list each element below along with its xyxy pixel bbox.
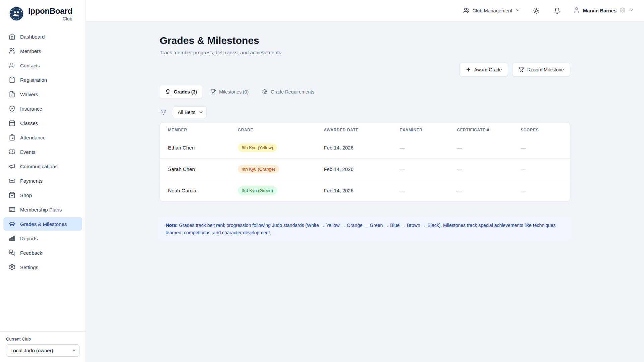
users-icon: [9, 48, 15, 54]
app-name: IpponBoard: [28, 6, 72, 16]
filter-row: All Belts: [160, 106, 570, 118]
club-management-label: Club Management: [473, 8, 513, 13]
sidebar-item-events[interactable]: Events: [3, 145, 82, 159]
plus-icon: [466, 67, 471, 72]
sidebar: IpponBoard Club Dashboard Members Contac…: [0, 0, 86, 362]
app-logo-link[interactable]: IpponBoard Club: [0, 0, 86, 25]
sidebar-item-payments[interactable]: Payments: [3, 174, 82, 187]
certificate-value: —: [457, 188, 462, 193]
file-text-icon: [9, 91, 15, 98]
grade-badge: 4th Kyu (Orange): [238, 165, 279, 173]
scores-value: —: [521, 145, 526, 150]
sidebar-item-label: Grades & Milestones: [20, 221, 67, 227]
grades-table: MEMBER GRADE AWARDED DATE EXAMINER CERTI…: [160, 123, 570, 201]
sidebar-item-settings[interactable]: Settings: [3, 260, 82, 274]
tab-label: Grades (3): [174, 89, 197, 95]
main-content: Grades & Milestones Track member progres…: [86, 0, 644, 241]
graduation-cap-icon: [9, 221, 15, 227]
scores-value: —: [521, 166, 526, 172]
page-subtitle: Track member progress, belt ranks, and a…: [160, 50, 570, 55]
record-milestone-button[interactable]: Record Milestone: [512, 63, 570, 76]
page-actions: Award Grade Record Milestone: [160, 63, 570, 76]
sidebar-item-grades-milestones[interactable]: Grades & Milestones: [3, 217, 82, 231]
sidebar-item-label: Contacts: [20, 63, 40, 68]
award-icon: [165, 89, 171, 95]
gear-icon: [262, 89, 268, 95]
account-menu[interactable]: Marvin Barnes: [573, 7, 634, 15]
account-name: Marvin Barnes: [583, 8, 616, 13]
column-header-member: MEMBER: [160, 123, 230, 137]
sidebar-item-communications[interactable]: Communications: [3, 160, 82, 173]
banknote-icon: [9, 177, 15, 184]
current-club-label: Current Club: [6, 337, 79, 342]
scores-value: —: [521, 188, 526, 193]
table-row: Noah Garcia 3rd Kyu (Green) Feb 14, 2026…: [160, 180, 570, 201]
sidebar-item-feedback[interactable]: Feedback: [3, 246, 82, 259]
award-grade-label: Award Grade: [474, 67, 502, 72]
sidebar-item-dashboard[interactable]: Dashboard: [3, 30, 82, 43]
sidebar-item-shop[interactable]: Shop: [3, 188, 82, 202]
sidebar-item-label: Waivers: [20, 92, 38, 97]
sidebar-item-label: Communications: [20, 164, 58, 169]
theme-toggle-button[interactable]: [532, 6, 541, 15]
sidebar-item-label: Feedback: [20, 250, 42, 256]
info-note: Note: Grades track belt rank progression…: [160, 217, 570, 241]
member-name: Noah Garcia: [160, 180, 230, 201]
table-row: Sarah Chen 4th Kyu (Orange) Feb 14, 2026…: [160, 159, 570, 180]
certificate-value: —: [457, 145, 462, 150]
megaphone-icon: [9, 163, 15, 170]
column-header-examiner: EXAMINER: [391, 123, 449, 137]
member-name: Sarah Chen: [160, 159, 230, 180]
app-logo-icon: [9, 6, 24, 21]
sidebar-item-members[interactable]: Members: [3, 44, 82, 58]
credit-card-icon: [9, 206, 15, 213]
sidebar-item-label: Members: [20, 48, 41, 54]
sidebar-item-label: Events: [20, 149, 36, 155]
calendar-icon: [9, 120, 15, 126]
sidebar-item-waivers[interactable]: Waivers: [3, 87, 82, 101]
sidebar-item-registration[interactable]: Registration: [3, 73, 82, 86]
examiner-value: —: [399, 166, 405, 172]
column-header-grade: GRADE: [230, 123, 316, 137]
chevron-down-icon: [515, 8, 520, 14]
member-name: Ethan Chen: [160, 137, 230, 159]
awarded-date: Feb 14, 2026: [316, 159, 391, 180]
tab-grades[interactable]: Grades (3): [160, 85, 202, 98]
sidebar-item-reports[interactable]: Reports: [3, 232, 82, 245]
table-row: Ethan Chen 5th Kyu (Yellow) Feb 14, 2026…: [160, 137, 570, 159]
note-text: Grades track belt rank progression follo…: [166, 223, 556, 235]
sidebar-item-membership-plans[interactable]: Membership Plans: [3, 203, 82, 216]
sidebar-item-label: Attendance: [20, 135, 46, 140]
sidebar-item-label: Membership Plans: [20, 207, 62, 213]
funnel-icon: [160, 109, 167, 116]
sidebar-nav: Dashboard Members Contacts Registration …: [0, 25, 86, 331]
clipboard-icon: [9, 76, 15, 83]
filter-button[interactable]: [160, 109, 167, 116]
grade-badge: 3rd Kyu (Green): [238, 186, 277, 195]
grades-table-card: MEMBER GRADE AWARDED DATE EXAMINER CERTI…: [160, 122, 570, 201]
note-label: Note:: [166, 223, 178, 228]
bell-icon: [554, 7, 560, 14]
tab-milestones[interactable]: Milestones (0): [205, 85, 254, 98]
tab-grade-requirements[interactable]: Grade Requirements: [257, 85, 320, 98]
awarded-date: Feb 14, 2026: [316, 180, 391, 201]
sidebar-item-contacts[interactable]: Contacts: [3, 59, 82, 72]
sidebar-item-label: Shop: [20, 192, 32, 198]
sidebar-footer: Current Club Local Judo (owner): [0, 331, 86, 362]
notifications-button[interactable]: [552, 6, 562, 15]
club-management-menu[interactable]: Club Management: [463, 7, 521, 14]
award-grade-button[interactable]: Award Grade: [459, 63, 508, 76]
examiner-value: —: [399, 145, 405, 150]
user-plus-icon: [9, 62, 15, 69]
topbar: Club Management Marvin Barnes: [86, 0, 644, 21]
sidebar-item-insurance[interactable]: Insurance: [3, 102, 82, 115]
sidebar-item-classes[interactable]: Classes: [3, 116, 82, 130]
sidebar-item-attendance[interactable]: Attendance: [3, 131, 82, 144]
record-milestone-label: Record Milestone: [527, 67, 564, 72]
tabs: Grades (3) Milestones (0) Grade Requirem…: [160, 85, 570, 98]
belt-filter-select[interactable]: All Belts: [173, 106, 207, 118]
app-club-label: Club: [63, 16, 72, 21]
sidebar-item-label: Reports: [20, 236, 38, 241]
current-club-select[interactable]: Local Judo (owner): [6, 344, 79, 357]
awarded-date: Feb 14, 2026: [316, 137, 391, 159]
